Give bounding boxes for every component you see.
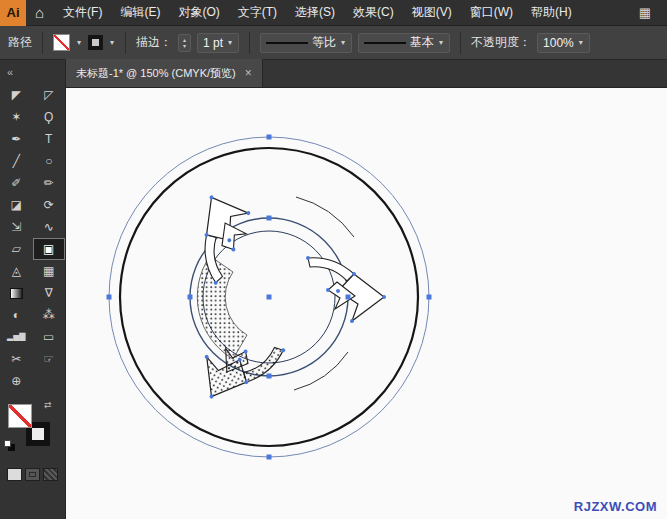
draw-behind-button[interactable]: [25, 468, 40, 481]
blend-icon: ◐: [13, 309, 20, 321]
draw-inside-button[interactable]: [43, 468, 58, 481]
menu-type[interactable]: 文字(T): [229, 0, 286, 26]
menu-select[interactable]: 选择(S): [286, 0, 344, 26]
pen-tool[interactable]: ✒: [0, 128, 33, 150]
brush-definition-select[interactable]: 基本 ▾: [358, 33, 450, 53]
document-tab[interactable]: 未标题-1* @ 150% (CMYK/预览) ×: [66, 59, 263, 87]
arc-tail-top[interactable]: [296, 197, 354, 237]
menu-help[interactable]: 帮助(H): [522, 0, 581, 26]
zoom-icon: ⊕: [11, 375, 21, 387]
eraser-tool[interactable]: ◪: [0, 194, 33, 216]
document-tab-title: 未标题-1* @ 150% (CMYK/预览): [76, 66, 236, 81]
pen-icon: ✒: [11, 133, 21, 145]
fill-color-swatch[interactable]: [53, 34, 70, 51]
zoom-tool[interactable]: ⊕: [0, 370, 33, 392]
divider: [460, 32, 461, 54]
hand-tool[interactable]: ☞: [33, 348, 66, 370]
menu-view[interactable]: 视图(V): [403, 0, 461, 26]
stepper-down-icon[interactable]: ▾: [183, 43, 186, 49]
menu-file[interactable]: 文件(F): [54, 0, 111, 26]
scale-tool[interactable]: ⇲: [0, 216, 33, 238]
magic-wand-icon: ✶: [11, 111, 21, 123]
close-tab-icon[interactable]: ×: [245, 66, 252, 80]
arc-tail-bottom[interactable]: [294, 352, 348, 390]
app-logo[interactable]: Ai: [0, 0, 26, 26]
tools-panel: « ◤ ◸ ✶ Ϙ ✒ T ╱ ○ ✐ ✏ ◪ ⟳ ⇲ ∿ ▱ ▣ ◬ ▦: [0, 60, 66, 519]
canvas[interactable]: RJZXW.COM: [66, 88, 667, 519]
rotate-tool[interactable]: ⟳: [33, 194, 66, 216]
workspace-switcher-icon[interactable]: ▦: [633, 5, 667, 20]
stroke-weight-select[interactable]: 1 pt ▾: [197, 33, 239, 53]
selection-type-label: 路径: [8, 34, 32, 51]
stroke-dropdown-icon[interactable]: ▾: [109, 38, 115, 47]
watermark: RJZXW.COM: [574, 499, 657, 514]
brush-preview: [364, 42, 406, 44]
divider: [125, 32, 126, 54]
column-graph-icon: ▂▅▇: [7, 331, 25, 343]
chevron-down-icon: ▾: [227, 38, 233, 47]
slice-icon: ✂: [11, 353, 21, 365]
artboard-tool[interactable]: ▭: [33, 326, 66, 348]
ellipse-tool[interactable]: ○: [33, 150, 66, 172]
main-area: « ◤ ◸ ✶ Ϙ ✒ T ╱ ○ ✐ ✏ ◪ ⟳ ⇲ ∿ ▱ ▣ ◬ ▦: [0, 60, 667, 519]
paintbrush-icon: ✐: [11, 177, 21, 189]
rotate-icon: ⟳: [44, 199, 54, 211]
shape-builder-icon: ▣: [43, 243, 54, 255]
width-profile-select[interactable]: 等比 ▾: [260, 33, 352, 53]
chevron-down-icon: ▾: [340, 38, 346, 47]
document-area: 未标题-1* @ 150% (CMYK/预览) ×: [66, 60, 667, 519]
width-profile-preview: [266, 42, 308, 44]
opacity-value: 100%: [543, 36, 574, 50]
illustrator-window: Ai ⌂ 文件(F) 编辑(E) 对象(O) 文字(T) 选择(S) 效果(C)…: [0, 0, 667, 519]
stroke-weight-stepper[interactable]: ▴ ▾: [178, 34, 191, 52]
free-transform-tool[interactable]: ▱: [0, 238, 33, 260]
collapse-panel-button[interactable]: «: [0, 60, 65, 84]
menu-effect[interactable]: 效果(C): [344, 0, 403, 26]
opacity-select[interactable]: 100% ▾: [537, 33, 590, 53]
symbol-sprayer-tool[interactable]: ⁂: [33, 304, 66, 326]
swap-fill-stroke-icon[interactable]: ⇄: [44, 400, 52, 410]
width-tool[interactable]: ∿: [33, 216, 66, 238]
selection-tool[interactable]: ◤: [0, 84, 33, 106]
gradient-tool[interactable]: [0, 282, 33, 304]
chevron-down-icon: ▾: [438, 38, 444, 47]
menubar: Ai ⌂ 文件(F) 编辑(E) 对象(O) 文字(T) 选择(S) 效果(C)…: [0, 0, 667, 26]
width-profile-value: 等比: [312, 34, 336, 51]
mesh-tool[interactable]: ▦: [33, 260, 66, 282]
artwork-svg[interactable]: [66, 88, 667, 519]
control-bar: 路径 ▾ ▾ 描边： ▴ ▾ 1 pt ▾ 等比 ▾ 基本 ▾ 不透明度： 10…: [0, 26, 667, 60]
opacity-label: 不透明度：: [471, 34, 531, 51]
fill-dropdown-icon[interactable]: ▾: [76, 38, 82, 47]
menu-window[interactable]: 窗口(W): [461, 0, 522, 26]
direct-selection-tool[interactable]: ◸: [33, 84, 66, 106]
stroke-weight-label: 描边：: [136, 34, 172, 51]
hand-icon: ☞: [43, 353, 54, 365]
selection-tool-icon: ◤: [12, 89, 21, 101]
eyedropper-tool[interactable]: ∇: [33, 282, 66, 304]
draw-mode-buttons: [0, 468, 65, 481]
slice-tool[interactable]: ✂: [0, 348, 33, 370]
paintbrush-tool[interactable]: ✐: [0, 172, 33, 194]
type-icon: T: [45, 133, 52, 145]
lasso-tool[interactable]: Ϙ: [33, 106, 66, 128]
divider: [249, 32, 250, 54]
pencil-tool[interactable]: ✏: [33, 172, 66, 194]
default-fill-stroke-icon[interactable]: [4, 440, 11, 447]
fill-swatch[interactable]: [8, 404, 32, 428]
pencil-icon: ✏: [44, 177, 54, 189]
menu-object[interactable]: 对象(O): [169, 0, 228, 26]
line-segment-tool[interactable]: ╱: [0, 150, 33, 172]
stroke-color-swatch[interactable]: [88, 35, 103, 50]
blend-tool[interactable]: ◐: [0, 304, 33, 326]
shape-builder-tool[interactable]: ▣: [33, 238, 66, 260]
lasso-icon: Ϙ: [44, 111, 53, 123]
menu-edit[interactable]: 编辑(E): [111, 0, 169, 26]
home-icon[interactable]: ⌂: [26, 4, 54, 21]
ellipse-icon: ○: [45, 155, 52, 167]
perspective-grid-tool[interactable]: ◬: [0, 260, 33, 282]
type-tool[interactable]: T: [33, 128, 66, 150]
draw-normal-button[interactable]: [7, 468, 22, 481]
stroke-weight-value: 1 pt: [203, 36, 223, 50]
column-graph-tool[interactable]: ▂▅▇: [0, 326, 33, 348]
magic-wand-tool[interactable]: ✶: [0, 106, 33, 128]
